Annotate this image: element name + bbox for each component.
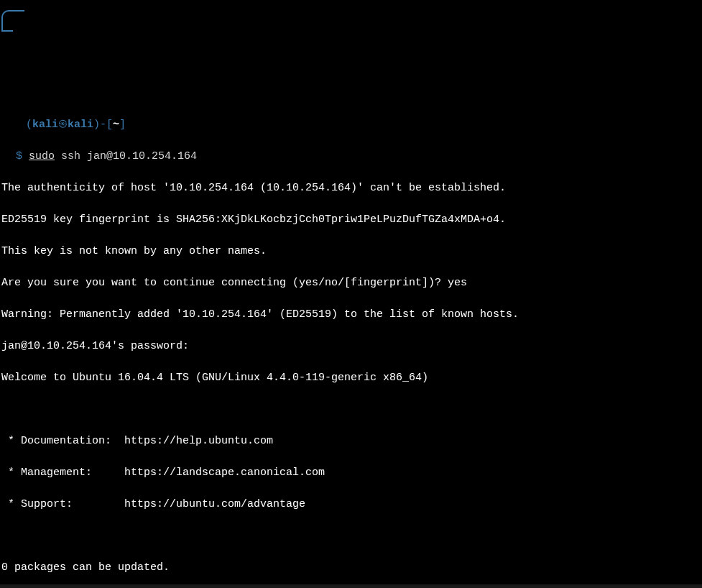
output-line: Are you sure you want to continue connec… xyxy=(1,275,701,291)
output-line: * Documentation: https://help.ubuntu.com xyxy=(1,433,701,449)
prompt-line1: (kali㉿kali)-[~] xyxy=(1,116,701,133)
paren-close: ) xyxy=(93,119,100,131)
paren-open: ( xyxy=(26,119,32,131)
output-line: 0 packages can be updated. xyxy=(1,560,701,576)
bracket-open: [ xyxy=(106,119,113,131)
output-line: jan@10.10.254.164's password: xyxy=(1,339,701,354)
output-line: Welcome to Ubuntu 16.04.4 LTS (GNU/Linux… xyxy=(1,370,701,386)
prompt-line2: $ sudo ssh jan@10.10.254.164 xyxy=(1,149,701,165)
output-line xyxy=(1,528,701,544)
prompt-host: kali xyxy=(68,119,93,131)
output-line: * Support: https://ubuntu.com/advantage xyxy=(1,497,701,513)
output-line: * Management: https://landscape.canonica… xyxy=(1,465,701,481)
dash: - xyxy=(100,119,106,131)
prompt-user: kali xyxy=(32,119,58,131)
cmd-ssh: ssh xyxy=(61,150,80,162)
skull-icon: ㉿ xyxy=(58,116,68,132)
prompt-dollar: $ xyxy=(16,150,22,162)
cmd-sudo: sudo xyxy=(29,150,55,162)
output-line: This key is not known by any other names… xyxy=(1,244,701,259)
terminal-area[interactable]: (kali㉿kali)-[~] $ sudo ssh jan@10.10.254… xyxy=(1,101,701,588)
bracket-close: ] xyxy=(119,119,126,131)
prompt-box-corner xyxy=(1,10,24,30)
output-line: Warning: Permanently added '10.10.254.16… xyxy=(1,307,701,323)
output-line xyxy=(1,402,701,418)
output-line: ED25519 key fingerprint is SHA256:XKjDkL… xyxy=(1,212,701,228)
cmd-args: jan@10.10.254.164 xyxy=(80,150,197,162)
output-line: The authenticity of host '10.10.254.164 … xyxy=(1,180,701,196)
prompt-cwd: ~ xyxy=(113,119,119,131)
